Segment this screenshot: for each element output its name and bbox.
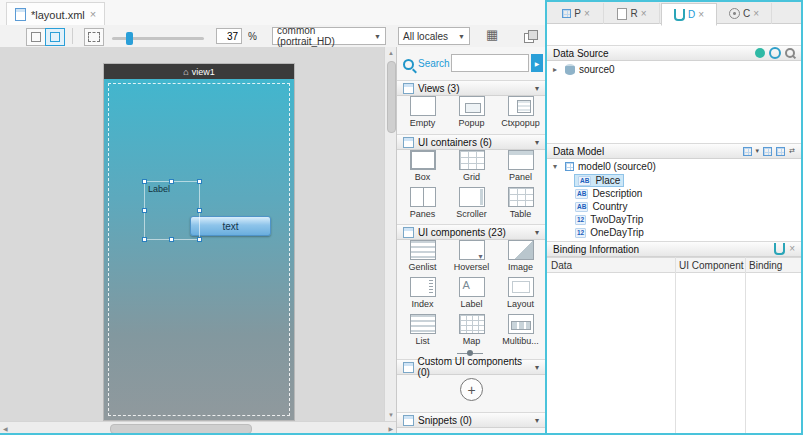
views-section-title: Views (3): [418, 83, 460, 94]
design-view-toggle[interactable]: [26, 28, 46, 46]
palette-item-grid[interactable]: Grid: [448, 150, 495, 186]
palette-item-ctxpopup[interactable]: Ctxpopup: [497, 96, 544, 132]
palette-item-list[interactable]: List: [399, 314, 446, 350]
palette-item-index[interactable]: Index: [399, 277, 446, 313]
collapse-chevron-icon[interactable]: ▾: [535, 416, 539, 425]
close-tab-icon[interactable]: ×: [698, 10, 704, 20]
column-data[interactable]: Data: [551, 260, 572, 271]
selection-handle[interactable]: [169, 179, 174, 184]
column-binding[interactable]: Binding: [749, 260, 782, 271]
close-tab-icon[interactable]: ×: [753, 9, 759, 19]
zoom-slider[interactable]: [112, 37, 204, 40]
field-row-description[interactable]: AB Description: [575, 187, 642, 200]
attach-binding-icon[interactable]: [774, 243, 785, 255]
toolbar-separator: [72, 28, 73, 44]
tree-item-source0[interactable]: ▸ source0: [553, 64, 615, 75]
fit-to-window-button[interactable]: [84, 28, 104, 46]
tab-p[interactable]: P ×: [549, 3, 604, 24]
palette-item-table[interactable]: Table: [497, 187, 544, 223]
find-datasource-icon[interactable]: [785, 48, 795, 58]
selection-handle[interactable]: [197, 208, 202, 213]
selection-handle[interactable]: [169, 237, 174, 242]
section-header-components[interactable]: UI components (23) ▾: [397, 224, 545, 240]
add-datasource-icon[interactable]: [755, 48, 765, 58]
field-row-twodaytrip[interactable]: 12 TwoDayTrip: [575, 213, 643, 226]
zoom-input[interactable]: [216, 28, 242, 44]
palette-item-layout[interactable]: Layout: [497, 277, 544, 313]
data-source-header: Data Source: [547, 45, 801, 61]
grid-overlay-button[interactable]: ▦: [486, 28, 498, 41]
palette-item-label[interactable]: Label: [448, 277, 495, 313]
palette-item-genlist[interactable]: Genlist: [399, 240, 446, 276]
column-ui-component[interactable]: UI Component: [679, 260, 743, 271]
search-scope-label[interactable]: Search: [418, 58, 450, 69]
selection-handle[interactable]: [142, 179, 147, 184]
vertical-scroll-thumb[interactable]: [387, 61, 396, 133]
collapse-chevron-icon[interactable]: ▾: [553, 162, 561, 171]
section-header-custom[interactable]: Custom UI components (0) ▾: [397, 359, 545, 375]
selection-handle[interactable]: [142, 208, 147, 213]
palette-item-scroller[interactable]: Scroller: [448, 187, 495, 223]
collapse-chevron-icon[interactable]: ▾: [535, 363, 539, 372]
canvas-button-widget[interactable]: text: [190, 216, 271, 236]
palette-item-map[interactable]: Map: [448, 314, 495, 350]
section-header-containers[interactable]: UI containers (6) ▾: [397, 134, 545, 150]
field-row-place[interactable]: AB Place: [575, 174, 623, 187]
canvas-label-widget[interactable]: Label: [144, 181, 200, 240]
tab-c[interactable]: C ×: [717, 3, 772, 24]
palette-search-input[interactable]: [451, 54, 529, 72]
close-tab-icon[interactable]: ×: [90, 9, 96, 20]
close-tab-icon[interactable]: ×: [641, 9, 647, 19]
palette-item-empty[interactable]: Empty: [399, 96, 446, 132]
ctxpopup-icon: [508, 96, 534, 116]
canvas-vertical-scrollbar[interactable]: ▲ ▼: [384, 47, 396, 421]
view-body[interactable]: text: [104, 79, 294, 420]
field-row-onedaytrip[interactable]: 12 OneDayTrip: [575, 226, 644, 239]
tab-r-icon: [617, 8, 627, 20]
reorder-fields-icon[interactable]: ⇄: [789, 147, 795, 155]
scroll-up-icon[interactable]: ▲: [388, 50, 394, 56]
selection-handle[interactable]: [142, 237, 147, 242]
section-header-views[interactable]: Views (3) ▾: [397, 80, 545, 96]
collapse-chevron-icon[interactable]: ▾: [535, 84, 539, 93]
bring-to-front-button[interactable]: [524, 30, 537, 42]
collapse-chevron-icon[interactable]: ▾: [535, 138, 539, 147]
search-go-button[interactable]: ▶: [531, 54, 543, 72]
tree-item-model0[interactable]: ▾ model0 (source0): [553, 161, 656, 172]
phone-preview[interactable]: ⌂ view1 text Label: [104, 64, 294, 420]
palette-item-image[interactable]: Image: [497, 240, 544, 276]
model-menu-icon[interactable]: [743, 147, 752, 156]
locales-dropdown[interactable]: All locales ▼: [398, 27, 470, 45]
palette-item-hoversel[interactable]: Hoversel: [448, 240, 495, 276]
section-header-snippets[interactable]: Snippets (0) ▾: [397, 412, 545, 428]
scroll-down-icon[interactable]: ▼: [388, 412, 394, 418]
profile-dropdown[interactable]: common (portrait_HD) ▼: [272, 27, 386, 45]
zoom-slider-handle[interactable]: [126, 32, 133, 45]
scroll-right-icon[interactable]: ▶: [388, 426, 393, 432]
palette-item-panes[interactable]: Panes: [399, 187, 446, 223]
box-icon: [410, 150, 436, 170]
delete-field-icon[interactable]: [776, 147, 785, 156]
connect-datasource-icon[interactable]: [769, 47, 781, 59]
chevron-down-icon[interactable]: ▾: [756, 147, 760, 155]
add-field-icon[interactable]: [763, 147, 772, 156]
palette-item-panel[interactable]: Panel: [497, 150, 544, 186]
palette-item-multibutton[interactable]: Multibu...: [497, 314, 544, 350]
close-section-icon[interactable]: ×: [789, 244, 795, 254]
tab-r[interactable]: R ×: [605, 3, 660, 24]
selection-handle[interactable]: [197, 237, 202, 242]
selected-field[interactable]: AB Place: [575, 175, 623, 186]
scroll-left-icon[interactable]: ◀: [3, 426, 8, 432]
view-header: ⌂ view1: [104, 64, 294, 79]
views-section-icon: [403, 83, 414, 94]
close-tab-icon[interactable]: ×: [584, 9, 590, 19]
palette-item-popup[interactable]: Popup: [448, 96, 495, 132]
outline-view-toggle[interactable]: [45, 28, 65, 46]
collapse-chevron-icon[interactable]: ▾: [535, 228, 539, 237]
tab-d[interactable]: D ×: [661, 3, 717, 26]
field-row-country[interactable]: AB Country: [575, 200, 627, 213]
selection-handle[interactable]: [197, 179, 202, 184]
palette-item-box[interactable]: Box: [399, 150, 446, 186]
add-custom-component-button[interactable]: +: [460, 378, 483, 401]
expand-chevron-icon[interactable]: ▸: [553, 65, 561, 74]
